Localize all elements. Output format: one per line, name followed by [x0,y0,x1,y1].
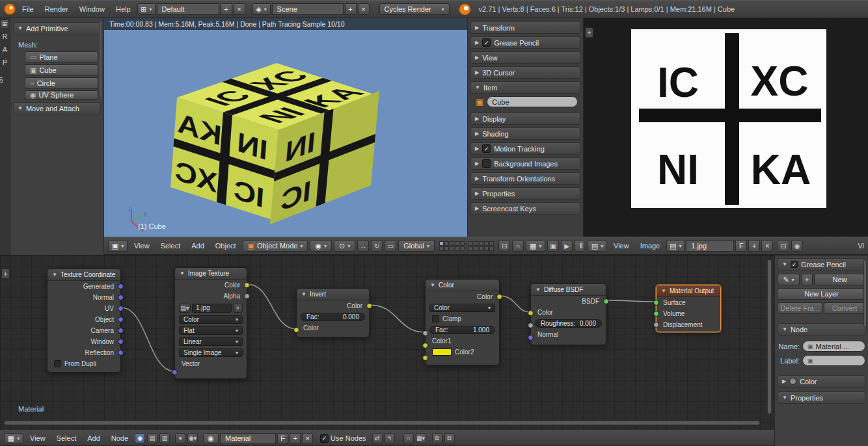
layers-widget-group2[interactable] [468,241,494,251]
npanel-section-shading[interactable]: ▶Shading [470,127,580,140]
mix-fac-slider[interactable]: Fac:1.000 [429,326,495,334]
node-collapse-icon[interactable]: ▼ [536,287,541,293]
translate-manipulator-toggle[interactable]: ↔ [357,240,369,252]
toolshelf-tab[interactable]: R [0,33,10,46]
node-label-field[interactable]: ▣ [802,355,865,366]
npanel-section-grease-pencil[interactable]: ▶✓Grease Pencil [470,36,580,49]
draw-mode-select[interactable]: ✎▾ [778,274,800,285]
layer-cell[interactable] [479,246,483,251]
npanel-section-transform-orientations[interactable]: ▶Transform Orientations [470,172,580,185]
image-name-field[interactable]: 1.jpg [686,240,734,252]
node-editor[interactable]: + ▼Texture Coordinate Generated Normal U… [0,255,774,430]
snap-toggle-icon[interactable]: ∩ [403,433,414,443]
menu-add[interactable]: Add [187,241,209,251]
rotate-manipulator-toggle[interactable]: ↻ [371,240,383,252]
unlink-image-button[interactable]: × [761,240,773,252]
add-plane-button[interactable]: ▭Plane [25,51,98,63]
normal-output-socket[interactable] [118,295,124,300]
grease-pencil-checkbox[interactable]: ✓ [482,38,491,47]
layer-cell[interactable] [450,246,454,251]
shader-type-select[interactable]: ◉▾ [187,433,198,443]
blend-mode-select[interactable]: Color▾ [429,304,495,312]
gp-new-button[interactable]: New [814,274,865,285]
layer-cell[interactable] [444,241,449,246]
fac-input-socket[interactable] [422,330,428,336]
generated-output-socket[interactable] [118,283,124,289]
add-uvsphere-button[interactable]: ◉UV Sphere [25,90,98,99]
mode-select[interactable]: ▣Object Mode▾ [243,240,308,252]
convert-button[interactable]: Convert [824,302,865,314]
grease-pencil-checkbox[interactable]: ✓ [791,261,798,268]
shader-nodes-toggle[interactable]: ◉ [135,433,145,443]
uv-output-socket[interactable] [118,306,124,311]
scale-manipulator-toggle[interactable]: ▭ [385,240,396,252]
new-material-button[interactable]: + [290,433,301,444]
editor-type-button[interactable]: ▦▾ [4,433,23,444]
roughness-input-socket[interactable] [528,322,534,328]
npanel-section-motion-tracking[interactable]: ▶✓Motion Tracking [470,142,580,155]
color-output-socket[interactable] [366,303,372,309]
new-image-button[interactable]: + [748,240,760,252]
material-ball-icon[interactable]: ● [175,433,185,443]
menu-view[interactable]: View [129,241,154,251]
bsdf-output-socket[interactable] [603,298,609,304]
uv-image-editor[interactable]: + IC XC NI KA [584,18,868,237]
npanel-section-view[interactable]: ▶View [470,51,580,64]
layer-cell[interactable] [474,241,478,246]
new-layer-button[interactable]: New Layer [778,288,865,300]
npanel-section-transform[interactable]: ▶Transform [470,21,580,34]
rendered-cube[interactable]: IC XC NI KA KA IN XC IC IN I [104,30,467,237]
layer-cell[interactable] [474,246,478,251]
viewport-3d[interactable]: Time:00:00.83 | Mem:5.16M, Peak:5.16M | … [104,18,467,237]
screen-layout-icon[interactable]: ⊞▾ [137,3,156,15]
layers-widget-group1[interactable] [439,241,465,251]
color2-swatch[interactable] [432,348,452,356]
menu-image[interactable]: Image [636,241,665,251]
npanel-section-properties[interactable]: ▶Properties [470,187,580,200]
fake-user-button[interactable]: F [277,433,288,444]
snap-element-select[interactable]: ▦▾ [526,240,545,252]
npanel-section-screencast-keys[interactable]: ▶Screencast Keys [470,202,580,215]
toolshelf-tab[interactable]: A [0,46,10,59]
scene-icon[interactable]: ◈▾ [252,3,271,15]
menu-node[interactable]: Node [107,433,133,443]
layer-cell[interactable] [460,241,465,246]
motion-tracking-checkbox[interactable]: ✓ [482,144,491,153]
transform-orientation-select[interactable]: Global▾ [398,240,435,252]
section-add-primitive[interactable]: ▼ Add Primitive [13,22,101,34]
material-name-field[interactable]: Material [220,433,276,444]
delete-layout-button[interactable]: × [234,3,245,15]
color2-input-socket[interactable] [422,355,428,361]
snap-magnet-toggle[interactable]: ∩ [512,240,524,252]
layer-cell[interactable] [479,241,483,246]
menu-object[interactable]: Object [211,241,241,251]
displacement-input-socket[interactable] [653,322,659,328]
layer-cell[interactable] [489,246,494,251]
menu-file[interactable]: File [18,4,38,14]
menu-render[interactable]: Render [40,4,73,14]
window-output-socket[interactable] [118,339,124,345]
surface-input-socket[interactable] [653,300,659,306]
layer-cell[interactable] [484,241,489,246]
toolshelf-scrollbar[interactable] [99,21,102,98]
color-input-socket[interactable] [293,327,299,333]
pin-icon[interactable]: ◉ [791,240,803,252]
layer-cell[interactable] [489,241,494,246]
pivot-center-select[interactable]: ⊙▾ [334,240,355,252]
copy-nodes-icon[interactable]: ⧉ [432,433,442,443]
image-browse-button[interactable]: ▤▾ [666,240,685,252]
section-grease-pencil[interactable]: ▼✓Grease Pencil [778,258,865,270]
color-space-select[interactable]: Color▾ [179,315,243,324]
from-dupli-checkbox[interactable] [54,360,61,367]
viewport-shading-select[interactable]: ◉▾ [310,240,332,252]
editor-type-button[interactable]: ▣▾ [108,240,128,252]
pause-render-button[interactable]: ‖ [575,240,584,252]
menu-select[interactable]: Select [156,241,185,251]
add-layout-button[interactable]: + [221,3,232,15]
roughness-slider[interactable]: Roughness:0.000 [535,319,602,328]
snap-element-select[interactable]: ▦▾ [416,433,426,443]
alpha-output-socket[interactable] [244,293,250,299]
layer-cell[interactable] [439,241,444,246]
invert-fac-slider[interactable]: Fac:0.000 [301,313,365,321]
color-output-socket[interactable] [244,282,250,288]
